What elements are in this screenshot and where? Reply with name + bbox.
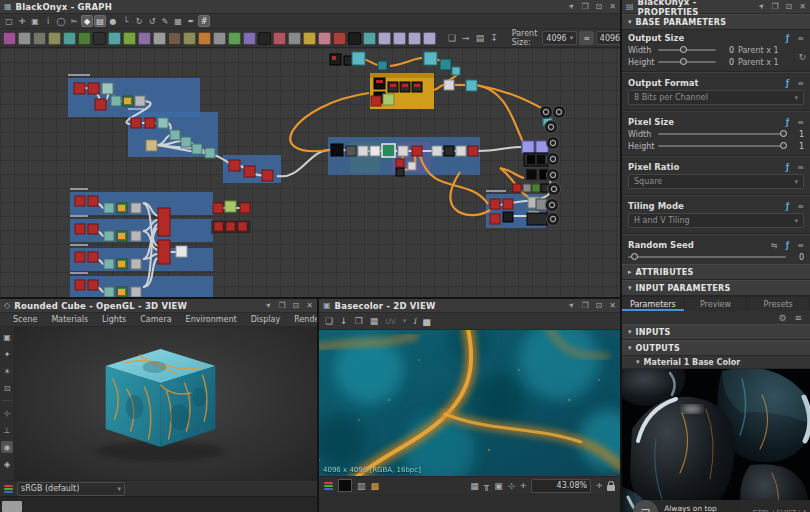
warp-node-icon[interactable] <box>198 32 211 45</box>
grayscale-node-icon[interactable] <box>153 32 166 45</box>
output-format-dropdown[interactable]: 8 Bits per Channel ▾ <box>628 90 804 105</box>
menu-icon[interactable]: ≡ <box>797 202 804 211</box>
blend-node-icon[interactable] <box>18 32 31 45</box>
create-link-tool-icon[interactable]: ◆ <box>81 15 93 27</box>
list-icon[interactable]: ≡ <box>794 313 802 323</box>
pixel-ratio-dropdown[interactable]: Square ▾ <box>628 174 804 189</box>
output-height-slider[interactable] <box>658 61 716 63</box>
base-color-preview-image[interactable]: ❐ Always on top enabled CTRL+SHIFT+A <box>622 369 810 512</box>
menu-display[interactable]: Display <box>244 315 288 324</box>
function-icon[interactable]: ƒ <box>786 34 789 43</box>
color-profile-dropdown[interactable]: sRGB (default) ▾ <box>17 482 125 496</box>
gradient-node-icon[interactable] <box>123 32 136 45</box>
warning-node-icon[interactable] <box>303 32 316 45</box>
fill-node-icon[interactable] <box>333 32 346 45</box>
menu-scene[interactable]: Scene <box>6 315 44 324</box>
menu-icon[interactable]: ≡ <box>797 79 804 88</box>
grid-icon[interactable]: ▦ <box>470 481 479 491</box>
camera-icon[interactable]: ▣ <box>1 331 13 343</box>
uniform-color-node-icon[interactable] <box>3 32 16 45</box>
output-item-base-color[interactable]: ▾ Material 1 Base Color <box>622 356 810 369</box>
pattern-node-icon[interactable] <box>363 32 376 45</box>
gear-icon[interactable]: ⚙ <box>778 313 786 323</box>
background-swatch[interactable] <box>338 479 352 492</box>
function-icon[interactable]: ƒ <box>786 163 789 172</box>
pan-tool-icon[interactable]: ✛ <box>16 15 28 27</box>
emboss-node-icon[interactable] <box>168 32 181 45</box>
transform-2d-node-icon[interactable] <box>378 32 391 45</box>
menu-materials[interactable]: Materials <box>44 315 95 324</box>
output-width-mode[interactable]: Parent x 1 <box>738 46 782 55</box>
tile-sampler-node-icon[interactable] <box>228 32 241 45</box>
shuffle-icon[interactable]: ⇆ <box>771 241 778 250</box>
wireframe-icon[interactable]: ◈ <box>1 458 13 470</box>
splatter-node-icon[interactable] <box>183 32 196 45</box>
view2d-canvas[interactable]: 4096 x 4096 [RGBA, 16bpc] <box>319 330 620 476</box>
float-icon[interactable]: ❐ <box>581 302 588 310</box>
grid-node-icon[interactable] <box>108 32 121 45</box>
shuffle-node-icon[interactable] <box>288 32 301 45</box>
link-size-icon[interactable]: ∞ <box>579 31 594 45</box>
grid-snap-tool-icon[interactable]: # <box>198 15 210 27</box>
fit-view-icon[interactable]: ⊹ <box>1 407 13 419</box>
section-input-parameters[interactable]: ▾ INPUT PARAMETERS <box>622 280 810 296</box>
elbow-link-tool-icon[interactable]: └ <box>120 15 132 27</box>
chevron-down-icon[interactable]: ▾ <box>403 317 407 325</box>
info-mode-icon[interactable]: i <box>413 316 416 326</box>
info-tool-icon[interactable]: i <box>42 15 54 27</box>
close-icon[interactable]: ✕ <box>306 302 313 310</box>
export-image-icon[interactable]: ❏ <box>325 316 333 326</box>
levels-node-icon[interactable] <box>93 32 106 45</box>
tiling-mode-dropdown[interactable]: H and V Tiling ▾ <box>628 213 804 228</box>
output-height-mode[interactable]: Parent x 1 <box>738 58 782 67</box>
close-icon[interactable]: ✕ <box>609 302 616 310</box>
close-icon[interactable]: ✕ <box>609 3 616 11</box>
section-inputs[interactable]: ▾ INPUTS <box>622 324 810 340</box>
image-tool-icon[interactable]: ▦ <box>172 15 184 27</box>
pin-icon[interactable]: ➤ <box>567 2 576 11</box>
lock-icon[interactable] <box>607 485 615 491</box>
channels-icon[interactable]: ▥ <box>357 481 366 491</box>
tab-presets[interactable]: Presets <box>747 297 810 311</box>
copy-image-icon[interactable]: ❐ <box>355 316 363 326</box>
pixel-height-slider[interactable] <box>658 145 786 147</box>
float-icon[interactable]: ❐ <box>771 3 778 11</box>
dot-link-tool-icon[interactable]: ● <box>107 15 119 27</box>
cut-links-tool-icon[interactable]: ✂ <box>68 15 80 27</box>
maximize-icon[interactable]: ⊡ <box>596 302 603 310</box>
tile-icon[interactable]: ▣ <box>494 481 503 491</box>
card-icon[interactable]: ▤ <box>474 33 487 43</box>
menu-icon[interactable]: ≡ <box>797 163 804 172</box>
view3d-viewport[interactable] <box>15 327 317 480</box>
screenshot-icon[interactable]: ⊡ <box>1 382 13 394</box>
pixel-width-slider[interactable] <box>658 133 786 135</box>
zoom-out-icon[interactable]: ✛ <box>520 482 526 490</box>
parent-height-dropdown[interactable]: 4096 ▾ <box>596 31 620 45</box>
color-wheel-node-icon[interactable] <box>243 32 256 45</box>
function-icon[interactable]: ƒ <box>786 241 789 250</box>
skew-node-icon[interactable] <box>423 32 436 45</box>
paint-tool-icon[interactable]: ✒ <box>185 15 197 27</box>
menu-renderer[interactable]: Renderer <box>287 315 317 324</box>
marquee-select-tool-icon[interactable]: ▢ <box>3 15 15 27</box>
channel-mix-node-icon[interactable] <box>63 32 76 45</box>
link-wh-icon[interactable]: ↻ <box>798 52 806 62</box>
color-profile-icon[interactable] <box>324 482 333 490</box>
section-attributes[interactable]: ▸ ATTRIBUTES <box>622 264 810 280</box>
focus-camera-tool-icon[interactable]: ▣ <box>29 15 41 27</box>
save-image-icon[interactable]: ↓ <box>340 316 348 326</box>
menu-icon[interactable]: ≡ <box>797 241 804 250</box>
maximize-icon[interactable]: ⊡ <box>786 3 793 11</box>
geometry-icon[interactable]: ◉ <box>1 441 13 453</box>
straighten-links-tool-icon[interactable]: ▤ <box>94 15 106 27</box>
blur-node-icon[interactable] <box>33 32 46 45</box>
shape-node-icon[interactable] <box>213 32 226 45</box>
dark-node-icon[interactable] <box>348 32 361 45</box>
hsl-node-icon[interactable] <box>138 32 151 45</box>
zoom-in-icon[interactable]: ✛ <box>596 482 602 490</box>
function-icon[interactable]: ƒ <box>786 118 789 127</box>
maximize-icon[interactable]: ⊡ <box>293 302 300 310</box>
light-icon[interactable]: ✦ <box>1 348 13 360</box>
pin-icon[interactable]: ➤ <box>757 2 766 11</box>
slope-blur-node-icon[interactable] <box>48 32 61 45</box>
